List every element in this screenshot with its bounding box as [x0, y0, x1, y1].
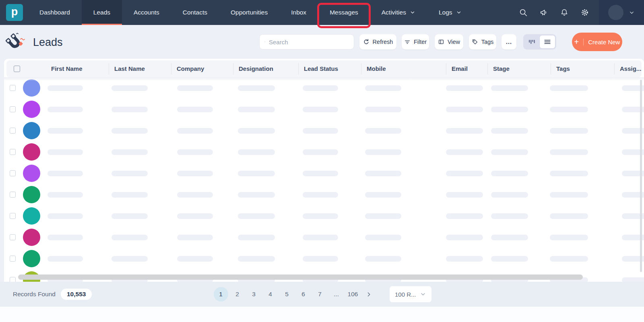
page-button[interactable]: 5	[279, 287, 295, 302]
skeleton-bar	[550, 256, 588, 262]
skeleton-bar	[491, 107, 528, 112]
tags-button[interactable]: Tags	[469, 34, 496, 50]
skeleton-bar	[491, 149, 528, 155]
skeleton-bar	[550, 107, 588, 112]
skeleton-bar	[446, 192, 483, 198]
column-header[interactable]: Lead Status	[304, 60, 338, 77]
page-button[interactable]: 106	[345, 287, 361, 302]
refresh-button[interactable]: Refresh	[359, 34, 396, 50]
create-new-button[interactable]: + Create New	[572, 33, 622, 51]
column-header[interactable]: Company	[177, 60, 204, 77]
table-row	[4, 184, 644, 205]
nav-item-leads[interactable]: Leads	[82, 0, 122, 25]
next-page-button[interactable]	[361, 287, 376, 302]
page-button[interactable]: 6	[295, 287, 312, 302]
skeleton-bar	[47, 171, 83, 176]
column-header[interactable]: Tags	[556, 60, 570, 77]
column-header[interactable]: Last Name	[114, 60, 145, 77]
view-button[interactable]: View	[435, 34, 463, 50]
avatar	[23, 122, 40, 139]
bottom-strip	[0, 307, 644, 322]
column-header[interactable]: Stage	[493, 60, 510, 77]
skeleton-bar	[177, 235, 213, 240]
filter-button[interactable]: Filter	[402, 34, 429, 50]
bell-icon[interactable]	[560, 8, 569, 17]
column-header[interactable]: Mobile	[367, 60, 386, 77]
nav-item-activities[interactable]: Activities	[370, 0, 427, 25]
avatar	[23, 79, 40, 97]
user-menu[interactable]	[599, 0, 644, 25]
skeleton-bar	[238, 192, 275, 198]
row-checkbox[interactable]	[10, 149, 16, 155]
skeleton-bar	[238, 213, 275, 219]
row-checkbox[interactable]	[10, 277, 16, 282]
page-button[interactable]: 7	[312, 287, 328, 302]
kanban-view-toggle[interactable]	[524, 35, 539, 49]
view-mode-toggle	[523, 34, 556, 50]
row-checkbox[interactable]	[10, 256, 16, 262]
horizontal-scrollbar[interactable]	[18, 275, 583, 280]
row-checkbox[interactable]	[10, 170, 16, 176]
table-row	[4, 163, 644, 184]
row-checkbox[interactable]	[10, 192, 16, 198]
search-box	[259, 34, 354, 50]
nav-item-accounts[interactable]: Accounts	[122, 0, 171, 25]
row-checkbox[interactable]	[10, 106, 16, 112]
skeleton-bar	[111, 171, 148, 176]
skeleton-bar	[550, 235, 588, 240]
skeleton-bar	[303, 192, 338, 198]
column-divider	[361, 63, 361, 74]
megaphone-icon[interactable]	[539, 8, 548, 17]
page-button[interactable]: 1	[214, 287, 228, 301]
skeleton-bar	[365, 171, 401, 176]
search-icon	[264, 38, 265, 45]
skeleton-bar	[446, 256, 483, 262]
column-divider	[446, 63, 446, 74]
skeleton-bar	[238, 235, 275, 240]
column-header[interactable]: Email	[452, 60, 468, 77]
nav-item-dashboard[interactable]: Dashboard	[28, 0, 82, 25]
more-actions-button[interactable]: ...	[502, 34, 516, 50]
page-button[interactable]: 3	[246, 287, 262, 302]
skeleton-bar	[111, 149, 148, 155]
nav-item-messages[interactable]: Messages	[318, 0, 370, 25]
skeleton-bar	[365, 107, 401, 112]
vertical-scrollbar[interactable]	[640, 80, 642, 272]
nav-item-contacts[interactable]: Contacts	[171, 0, 219, 25]
column-header[interactable]: First Name	[51, 60, 83, 77]
rows-per-page-select[interactable]: 100 R...	[390, 286, 431, 302]
gear-icon[interactable]	[580, 8, 589, 17]
skeleton-bar	[365, 149, 401, 155]
row-checkbox[interactable]	[10, 234, 16, 240]
search-icon[interactable]	[519, 8, 528, 17]
column-header[interactable]: Designation	[239, 60, 273, 77]
nav-item-logs[interactable]: Logs	[427, 0, 473, 25]
skeleton-bar	[177, 213, 213, 219]
view-layout-icon	[438, 39, 444, 45]
skeleton-bar	[303, 85, 338, 91]
app-logo[interactable]: p	[6, 4, 23, 21]
skeleton-bar	[238, 85, 275, 91]
page-button[interactable]: 2	[229, 287, 246, 302]
pagination: 1234567...106	[213, 287, 376, 302]
skeleton-bar	[365, 128, 401, 134]
select-all-checkbox[interactable]	[14, 66, 20, 72]
skeleton-bar	[365, 235, 401, 240]
skeleton-bar	[47, 235, 83, 240]
skeleton-bar	[365, 85, 401, 91]
search-input[interactable]	[269, 39, 349, 45]
skeleton-bar	[303, 171, 338, 176]
nav-item-opportunities[interactable]: Opportunities	[219, 0, 279, 25]
table-row	[4, 77, 644, 99]
nav-item-inbox[interactable]: Inbox	[279, 0, 318, 25]
skeleton-bar	[550, 171, 588, 176]
list-view-toggle[interactable]	[539, 35, 555, 49]
page-button[interactable]: 4	[262, 287, 279, 302]
row-checkbox[interactable]	[10, 85, 16, 91]
column-header[interactable]: Assig...	[620, 60, 641, 77]
row-checkbox[interactable]	[10, 128, 16, 134]
table-row	[4, 120, 644, 141]
skeleton-bar	[303, 235, 338, 240]
row-checkbox[interactable]	[10, 213, 16, 219]
skeleton-bar	[491, 256, 528, 262]
